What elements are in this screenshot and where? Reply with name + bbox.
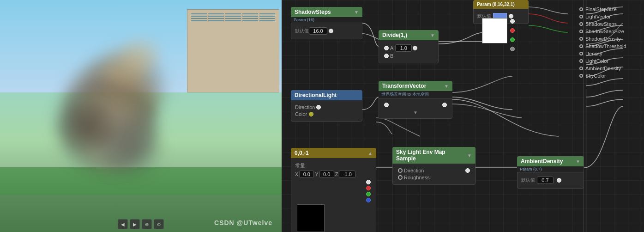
constant-pin-white[interactable] [366,180,371,184]
param-item-ambientdensity[interactable]: AmbientDensity [579,66,644,71]
param-top-output-pin[interactable] [509,14,513,18]
node-shadowsteps[interactable]: ShadowSteps ▼ Param (16) 默认值 [291,7,362,39]
param-pin-4[interactable] [579,37,583,41]
param-pin-6[interactable] [579,52,583,55]
param-item-skycolor[interactable]: SkyColor [579,73,644,79]
directional-direction-output-pin[interactable] [316,105,321,110]
divide-a-value[interactable] [395,44,412,52]
param-pin-9[interactable] [579,74,583,78]
param-pin-5[interactable] [579,44,583,48]
window [225,16,241,17]
shadowsteps-default-label: 默认值 [295,28,309,34]
color-pin-green[interactable] [509,37,516,43]
window [225,18,241,19]
constant-z-value[interactable] [339,171,355,178]
toolbar-btn-2[interactable]: ▶ [130,219,140,229]
ambient-default-label: 默认值 [521,177,535,183]
param-item-shadowthreshold[interactable]: ShadowThreshold [579,43,644,49]
window [208,18,224,19]
param-item-shadowstepsize[interactable]: ShadowStepSize [579,29,644,34]
node-directional[interactable]: DirectionalLight Direction Color [291,90,362,122]
shadowsteps-output-pin[interactable] [329,29,333,33]
param-item-shadowdensity[interactable]: ShadowDensity [579,36,644,42]
constant-x-label: X [295,171,298,177]
toolbar-btn-3[interactable]: ⊕ [142,219,152,229]
param-label-8: AmbientDensity [585,66,621,71]
transform-output-pin[interactable] [442,103,447,107]
node-divide[interactable]: Divide(1,) ▼ A B [379,30,439,63]
window [225,13,241,14]
node-shadowsteps-title: ShadowSteps [295,9,331,15]
color-preview-area [480,16,509,47]
color-pin-gray[interactable] [509,46,516,53]
divide-b-label: B [390,53,393,59]
param-item-lightcolor[interactable]: LightColor [579,58,644,64]
node-shadowsteps-subheader: Param (16) [291,17,362,23]
shadowsteps-default-value[interactable] [309,27,327,35]
transform-dropdown[interactable]: ▼ [444,84,449,89]
toolbar-btn-1[interactable]: ◀ [118,219,128,229]
divide-a-input-pin[interactable] [384,46,389,50]
param-item-lightvector[interactable]: LightVector [579,14,644,19]
divide-a-output-pin[interactable] [413,46,417,50]
constant-pin-red[interactable] [366,186,371,190]
param-item-density[interactable]: Density [579,51,644,56]
divide-a-row: A [383,44,434,52]
node-graph-panel[interactable]: Param (8,16,32,1) 默认值 ShadowSteps ▼ Para… [282,0,644,232]
constant-dropdown[interactable]: ▲ [368,151,373,156]
directional-color-output-pin[interactable] [309,112,313,116]
toolbar-btn-4[interactable]: ⊙ [154,219,164,229]
node-ambient-header: AmbientDensity ▼ [517,156,584,166]
divide-dropdown[interactable]: ▼ [430,33,435,38]
skylight-direction-row: Direction [397,168,471,173]
ambient-output-pin[interactable] [557,178,561,183]
skylight-dropdown[interactable]: ▼ [467,153,472,158]
skylight-direction-label: Direction [404,168,424,173]
ambient-dropdown[interactable]: ▼ [576,159,580,164]
constant-pin-green[interactable] [366,192,371,196]
constant-y-value[interactable] [319,171,334,178]
constant-x-value[interactable] [299,171,314,178]
node-skylight-header: Sky Light Env Map Sample ▼ [392,147,475,164]
param-pin-7[interactable] [579,59,583,63]
building [187,9,279,92]
node-ambient[interactable]: AmbientDensity ▼ Param (0.7) 默认值 [517,156,584,189]
param-pin-3[interactable] [579,30,583,33]
node-param-top-header: Param (8,16,32,1) [473,0,529,9]
node-constant[interactable]: 0,0,-1 ▲ 常量 X Y Z [291,148,376,232]
directional-color-row: Color [295,111,358,117]
window [242,18,258,19]
color-pin-red[interactable] [509,28,516,34]
node-constant-header: 0,0,-1 ▲ [291,148,376,158]
divide-b-input-pin[interactable] [384,54,389,58]
node-skylight[interactable]: Sky Light Env Map Sample ▼ Direction Rou… [392,147,475,185]
param-pin-0[interactable] [579,7,583,11]
param-item-shadowsteps[interactable]: ShadowSteps [579,21,644,27]
node-shadowsteps-body: 默认值 [291,23,362,39]
color-pin-white[interactable] [509,18,516,25]
skylight-direction-output-pin[interactable] [465,168,470,173]
skylight-roughness-label: Roughness [404,175,430,180]
node-skylight-title: Sky Light Env Map Sample [396,149,465,162]
node-constant-title: 0,0,-1 [295,150,309,156]
param-pin-2[interactable] [579,22,583,26]
param-pin-1[interactable] [579,15,583,18]
window [225,20,241,21]
white-color-box[interactable] [482,18,507,43]
window [259,16,275,17]
param-item-finalstepsize[interactable]: FinalStepSize [579,6,644,12]
constant-color-preview[interactable] [297,204,325,232]
transform-expand-icon[interactable]: ▼ [413,110,418,115]
shadowsteps-dropdown[interactable]: ▼ [354,10,359,15]
skylight-roughness-input-pin[interactable] [398,175,403,180]
param-pin-8[interactable] [579,67,583,70]
constant-label-row: 常量 [295,162,372,169]
transform-input-pin[interactable] [384,103,389,107]
node-transform[interactable]: TransformVector ▼ 世界场景空间 to 本地空间 ▼ [379,81,452,119]
skylight-direction-input-pin[interactable] [398,168,403,173]
constant-pin-blue[interactable] [366,198,371,202]
ambient-default-value[interactable] [537,177,554,184]
transform-expand-area: ▼ [383,109,448,116]
param-label-6: Density [585,51,602,56]
param-label-5: ShadowThreshold [585,43,626,49]
